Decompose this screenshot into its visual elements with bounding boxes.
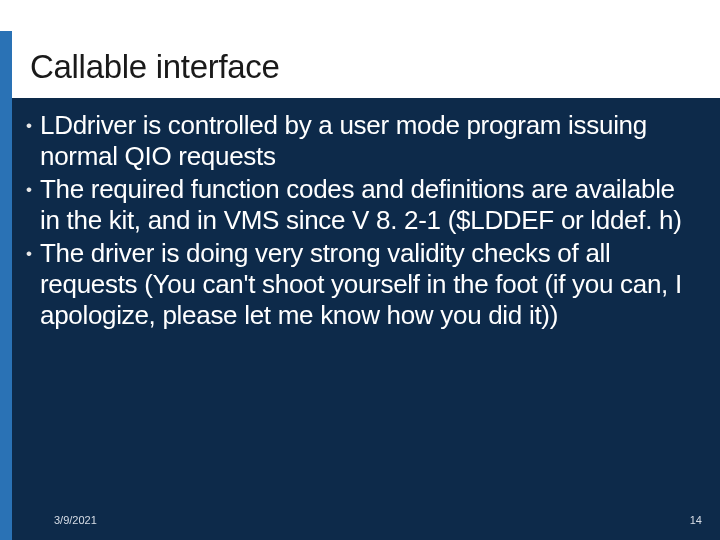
- list-item: • The driver is doing very strong validi…: [26, 238, 696, 331]
- list-item: • The required function codes and defini…: [26, 174, 696, 236]
- list-item-text: The driver is doing very strong validity…: [40, 238, 696, 331]
- footer-page-number: 14: [690, 514, 702, 526]
- top-white-bar: [0, 0, 720, 31]
- left-accent-bar: [0, 31, 12, 540]
- list-item: • LDdriver is controlled by a user mode …: [26, 110, 696, 172]
- list-item-text: The required function codes and definiti…: [40, 174, 696, 236]
- bullet-icon: •: [26, 110, 40, 142]
- footer-date: 3/9/2021: [54, 514, 97, 526]
- slide-title: Callable interface: [30, 48, 280, 86]
- bullet-icon: •: [26, 238, 40, 270]
- body-content: • LDdriver is controlled by a user mode …: [26, 110, 696, 333]
- list-item-text: LDdriver is controlled by a user mode pr…: [40, 110, 696, 172]
- bullet-icon: •: [26, 174, 40, 206]
